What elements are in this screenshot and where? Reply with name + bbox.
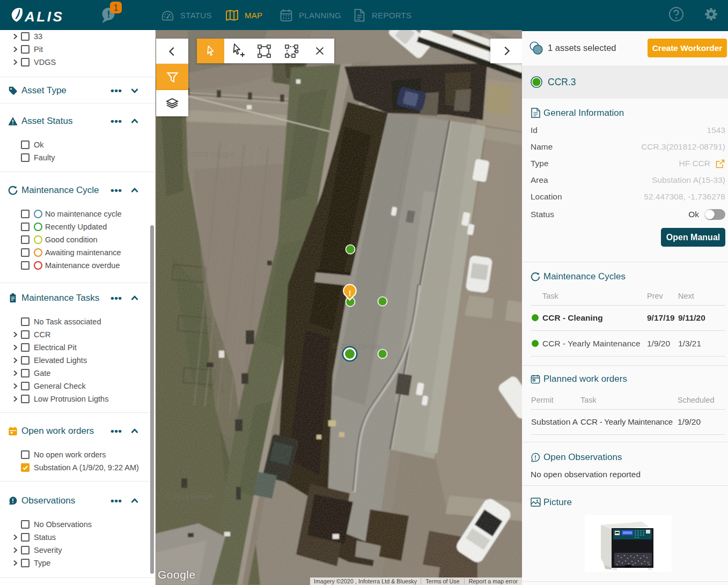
svg-text:!: ! bbox=[349, 288, 351, 298]
svg-text:1: 1 bbox=[114, 3, 119, 12]
svg-text:© 2019 Google: © 2019 Google bbox=[333, 342, 381, 350]
svg-text:ALIS: ALIS bbox=[24, 9, 64, 25]
svg-text:!: ! bbox=[107, 9, 110, 20]
svg-text:© 2019 Google: © 2019 Google bbox=[185, 150, 234, 158]
svg-text:© 2019 Google: © 2019 Google bbox=[165, 492, 214, 500]
